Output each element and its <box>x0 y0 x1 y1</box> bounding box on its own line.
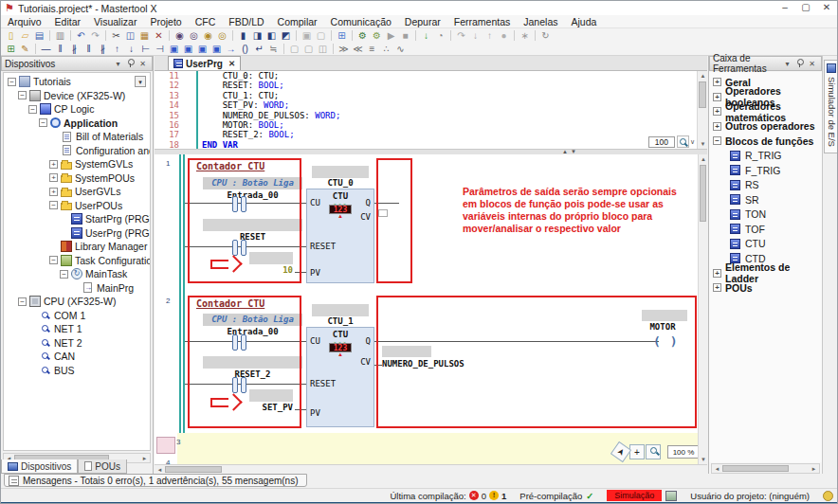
menu-projeto[interactable]: Projeto <box>143 15 188 28</box>
tab-userprg[interactable]: UserPrg ✕ <box>168 56 241 70</box>
paste-icon[interactable]: ▦ <box>137 29 152 42</box>
tree-item-library-manager[interactable]: Library Manager <box>4 240 150 254</box>
find-in-files-icon[interactable]: ◎ <box>187 29 201 42</box>
insert-contact-icon[interactable]: ‖ <box>53 43 67 55</box>
operand-placeholder[interactable] <box>312 166 369 178</box>
expand-icon[interactable]: + <box>49 188 58 196</box>
tab-dispositivos[interactable]: Dispositivos <box>1 459 78 474</box>
tree-item-mainprg[interactable]: MainPrg <box>4 281 150 296</box>
tree-item-startprg-prg[interactable]: StartPrg (PRG) <box>4 212 150 226</box>
insert-move-block-icon[interactable]: ▣ <box>210 43 224 55</box>
contact-symbol[interactable] <box>231 240 247 254</box>
insert-return-icon[interactable]: ↵ <box>252 43 266 55</box>
toolbox-item-tof[interactable]: TOF <box>709 222 822 237</box>
tree-item-maintask[interactable]: −↻MainTask <box>4 267 150 281</box>
find-icon[interactable]: ◉ <box>173 29 187 42</box>
ctu-function-block[interactable]: CTU ⌄⌄⌄ 123 ▲ CU RESET PV Q CV <box>306 327 374 427</box>
insert-negated-contact-icon[interactable]: ∦ <box>67 43 82 55</box>
block-instance[interactable]: CTU_1 <box>306 316 374 326</box>
step-over-icon[interactable]: ↷ <box>454 29 468 42</box>
undo-icon[interactable]: ↶ <box>74 29 88 42</box>
panel-close-icon[interactable]: ✕ <box>806 60 818 68</box>
collapse-icon[interactable]: − <box>49 201 58 209</box>
collapse-icon[interactable]: − <box>713 136 721 145</box>
tree-item-bill-of-materials[interactable]: Bill of Materials <box>4 130 150 144</box>
scroll-thumb[interactable] <box>722 465 789 472</box>
box-frame-3-icon[interactable]: ◫ <box>316 43 330 55</box>
contact-symbol[interactable] <box>231 377 247 391</box>
ladder-vertical-scrollbar[interactable]: ▲ ▼ <box>698 154 707 464</box>
insert-rising-edge-contact-icon[interactable]: ↑ <box>110 43 124 55</box>
scroll-thumb[interactable] <box>700 165 706 222</box>
insert-parallel-contact-icon[interactable]: ‖ <box>82 43 96 55</box>
code-line-14[interactable]: 14 SET_PV: WORD; <box>155 100 707 110</box>
new-network-icon[interactable]: ⊞ <box>4 43 18 55</box>
cv-output-slot[interactable] <box>378 209 388 217</box>
ctu-function-block[interactable]: CTU ⌄⌄⌄ 123 ▲ CU RESET PV Q CV <box>306 189 374 283</box>
tree-item-device-xf325-w[interactable]: −Device (XF325-W) <box>4 89 150 103</box>
edit-comment-icon[interactable]: ✎ <box>18 43 32 55</box>
step-into-icon[interactable]: ↓ <box>468 29 483 42</box>
collapse-icon[interactable]: − <box>18 297 27 306</box>
tree-item-tutoriais[interactable]: −Tutoriais▾ <box>4 75 150 89</box>
collapse-icon[interactable]: − <box>60 270 68 279</box>
contact-operand[interactable]: Entrada_00 <box>203 190 302 200</box>
tab-pous[interactable]: POUs <box>78 459 127 474</box>
operand-placeholder[interactable] <box>642 310 687 321</box>
tree-item-cp-logic[interactable]: −CP Logic <box>4 102 150 117</box>
network-number[interactable]: 1 <box>166 159 170 168</box>
replace-in-files-icon[interactable]: ◎ <box>215 29 229 42</box>
collapse-icon[interactable]: − <box>8 78 16 86</box>
zoom-tool-icon[interactable] <box>646 444 661 459</box>
expand-icon[interactable]: + <box>49 160 58 169</box>
menu-cfc[interactable]: CFC <box>189 15 223 28</box>
contact-operand[interactable]: Entrada_00 <box>203 327 302 336</box>
rack-label[interactable]: CPU : Botão Liga <box>203 314 302 326</box>
contact-symbol[interactable] <box>231 196 247 210</box>
ladder-editor[interactable]: 1 Contador CTU CPU : Botão Liga Entrada_… <box>155 154 707 464</box>
toolbox-item-ton[interactable]: TON <box>709 207 822 223</box>
device-combo-icon[interactable]: ▾ <box>135 76 146 87</box>
expand-icon[interactable]: + <box>713 122 721 131</box>
insert-wire-icon[interactable]: — <box>39 43 53 55</box>
code-line-15[interactable]: 15 NUMERO_DE_PULSOS: WORD; <box>155 111 707 120</box>
indent-right-icon[interactable]: ≫ <box>337 43 351 55</box>
copy-special-icon[interactable]: ▣ <box>300 29 314 42</box>
expand-icon[interactable]: + <box>713 283 721 292</box>
operand-placeholder[interactable] <box>312 304 369 316</box>
menu-arquivo[interactable]: Arquivo <box>1 15 48 28</box>
build-icon[interactable]: ⚙ <box>355 29 370 42</box>
panel-close-icon[interactable]: ✕ <box>137 60 149 68</box>
replace-icon[interactable]: ◉ <box>201 29 215 42</box>
operand-placeholder[interactable] <box>249 389 293 402</box>
tree-item-cpu-xf325-w[interactable]: −CPU (XF325-W) <box>4 295 150 309</box>
network-number[interactable]: 3 <box>176 438 180 446</box>
collapse-icon[interactable]: − <box>49 256 58 264</box>
menu-fbd-ld[interactable]: FBD/LD <box>222 15 270 28</box>
bookmark-icon[interactable]: ▮ <box>236 29 250 42</box>
clear-bookmarks-icon[interactable]: ◩ <box>279 29 293 42</box>
view-options-icon[interactable]: ∿ <box>393 43 408 55</box>
tree-item-userpous[interactable]: −UserPOUs <box>4 199 150 213</box>
close-branch-icon[interactable]: ⊣ <box>153 43 167 55</box>
tree-item-application[interactable]: −Application <box>4 117 150 131</box>
tab-simulador-es[interactable]: Simulador de E/S <box>824 60 838 153</box>
messages-tab[interactable]: Mensagens - Totais 0 erro(s), 1 advertên… <box>4 474 307 487</box>
collapse-icon[interactable]: − <box>28 105 37 114</box>
contact-symbol[interactable] <box>231 334 247 349</box>
block-instance[interactable]: CTU_0 <box>306 178 374 188</box>
code-line-11[interactable]: 11 CTU_0: CTU; <box>155 71 707 81</box>
tree-item-systempous[interactable]: +SystemPOUs <box>4 171 150 186</box>
toolbox-horizontal-scrollbar[interactable]: ◂ ▸ <box>711 463 820 474</box>
rack-label[interactable]: CPU : Botão Liga <box>203 177 302 189</box>
insert-jump-icon[interactable]: → <box>224 43 238 55</box>
toggle-breakpoint-icon[interactable]: ● <box>497 29 511 42</box>
expand-icon[interactable]: + <box>713 93 721 101</box>
step-out-icon[interactable]: ↑ <box>483 29 497 42</box>
expand-icon[interactable]: + <box>713 269 721 278</box>
ladder-horizontal-scrollbar[interactable]: ◂ <box>155 464 707 474</box>
operand-placeholder[interactable] <box>203 219 302 231</box>
menu-ferramentas[interactable]: Ferramentas <box>447 15 518 28</box>
expand-icon[interactable]: + <box>713 78 721 86</box>
scroll-right-icon[interactable]: ▸ <box>139 455 150 462</box>
